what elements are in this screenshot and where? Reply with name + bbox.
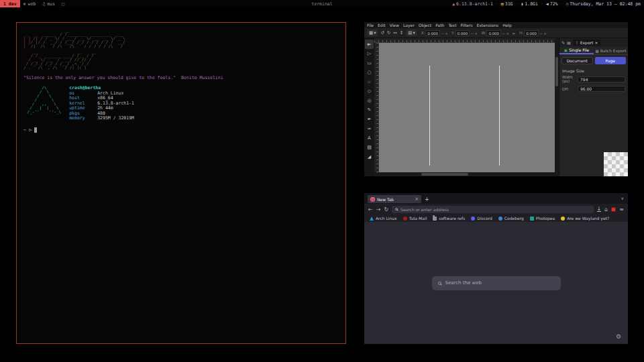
menu-path[interactable]: Path [435, 23, 444, 27]
forward-icon[interactable]: → [376, 206, 381, 213]
menu-icon[interactable]: ≡ [619, 206, 624, 213]
tab-batch-export[interactable]: ▦ Batch Export [594, 47, 628, 54]
browser-window[interactable]: New Tab × + ∨ ← → ↻ Search or enter addr… [364, 193, 628, 344]
field-x[interactable]: X:0.000−+ [421, 30, 448, 36]
flip-vertical-icon[interactable]: ↕ [400, 30, 403, 36]
menu-filters[interactable]: Filters [461, 23, 473, 27]
tab-single-file[interactable]: ▣ Single File [559, 47, 594, 54]
field-label: H: [519, 31, 523, 35]
browser-tab[interactable]: New Tab × [368, 195, 421, 203]
home-icon[interactable]: ⌂ [604, 206, 608, 213]
reload-icon[interactable]: ↻ [384, 206, 388, 213]
pencil-icon[interactable]: ✎ [561, 40, 565, 45]
increment-icon[interactable]: + [445, 31, 448, 36]
gear-icon[interactable]: ⚙ [616, 333, 621, 340]
horizontal-ruler[interactable] [374, 38, 555, 43]
field-h[interactable]: H:0.000−+ [519, 30, 547, 36]
tuta-mail-icon [403, 217, 407, 221]
menu-file[interactable]: File [367, 23, 374, 27]
bookmark-codeberg[interactable]: Codeberg [498, 216, 524, 221]
tab-list-chevron-icon[interactable]: ∨ [621, 196, 624, 200]
ellipse-tool[interactable]: ○ [365, 68, 374, 77]
field-y[interactable]: Y:0.000−+ [451, 30, 478, 36]
bookmark-discord[interactable]: Discord [471, 216, 492, 221]
downloads-icon[interactable]: ↓ [597, 206, 602, 212]
selector-tool[interactable]: ► [365, 40, 374, 49]
gradient-tool[interactable]: ▨ [365, 143, 374, 152]
workspace-button-4[interactable]: □ [58, 0, 68, 7]
pen-tool[interactable]: ✒ [365, 115, 374, 124]
horizontal-scrollbar[interactable] [374, 172, 555, 176]
terminal-window[interactable]: __ _ _____ / /________ ____ ___ ___ | | … [16, 22, 346, 344]
vertical-ruler[interactable] [374, 43, 379, 172]
inkscape-window[interactable]: FileEditViewLayerObjectPathTextFiltersEx… [364, 22, 628, 176]
node-tool[interactable]: ▷ [365, 49, 374, 58]
increment-icon[interactable]: + [474, 31, 478, 36]
document-button[interactable]: Document [561, 57, 593, 64]
rectangle-tool[interactable]: ▭ [365, 58, 374, 68]
flip-horizontal-icon[interactable]: ↔ [393, 30, 396, 36]
canvas[interactable] [379, 43, 555, 172]
box3d-tool[interactable]: ◇ [365, 86, 374, 96]
raise-lower-dropdown[interactable]: ▤ ▾ [406, 29, 417, 36]
workspace-button-2[interactable]: ⊕web [20, 0, 40, 7]
decrement-icon[interactable]: − [539, 31, 543, 36]
menu-extensions[interactable]: Extensions [477, 23, 499, 27]
decrement-icon[interactable]: − [441, 31, 444, 36]
lock-ratio-icon[interactable]: ∞ [512, 31, 515, 36]
calligraphy-tool[interactable]: ≈ [365, 124, 374, 133]
rotate-cw-icon[interactable]: ↻ [387, 30, 390, 36]
decrement-icon[interactable]: − [470, 31, 474, 36]
fetch-value: 3295M / 32019M [97, 115, 134, 121]
web-search-box[interactable]: Search the web [432, 276, 561, 290]
field-value[interactable]: 0.000 [425, 30, 440, 36]
page-button[interactable]: Page [595, 57, 627, 64]
menu-edit[interactable]: Edit [378, 23, 386, 27]
increment-icon[interactable]: + [543, 31, 547, 36]
layers-icon[interactable]: ▤ [567, 40, 571, 45]
menu-view[interactable]: View [390, 23, 399, 27]
menu-layer[interactable]: Layer [403, 23, 415, 27]
extension-icon[interactable] [611, 207, 616, 212]
increment-icon[interactable]: + [506, 31, 509, 36]
scrollbar-thumb[interactable] [421, 173, 468, 176]
tab-close-icon[interactable]: × [415, 196, 419, 202]
dropper-tool[interactable]: ◢ [365, 152, 374, 162]
workspace-button-1[interactable]: 1 dev [0, 0, 20, 7]
status-module-clock: ◷Thursday, Mar 13 — 02:48 pm [566, 1, 641, 7]
selection-mode-dropdown[interactable]: ▦ ▾ [367, 29, 378, 36]
star-tool[interactable]: ☆ [365, 77, 374, 86]
export-dialog-tab[interactable]: ⇧ Export × [573, 40, 601, 46]
pencil-tool[interactable]: ✎ [365, 105, 374, 115]
layout-icon: □ [62, 1, 64, 7]
rotate-ccw-icon[interactable]: ↺ [380, 30, 384, 36]
field-value[interactable]: 0.000 [486, 30, 501, 36]
new-tab-button[interactable]: + [425, 196, 429, 202]
bookmark-are-we-wayland-yet-[interactable]: Are we Wayland yet? [561, 216, 609, 221]
decrement-icon[interactable]: − [502, 31, 505, 36]
workspace-label: 1 dev [3, 1, 17, 7]
menu-help[interactable]: Help [502, 23, 512, 27]
field-w[interactable]: W:0.000−+ [481, 30, 509, 36]
bookmark-tuta-mail[interactable]: Tuta Mail [403, 216, 427, 221]
scrollbar-thumb[interactable] [555, 57, 558, 86]
bookmark-photopea[interactable]: Photopea [530, 216, 555, 221]
menu-text[interactable]: Text [448, 23, 456, 27]
field-value[interactable]: 0.000 [455, 30, 470, 36]
close-icon[interactable]: × [594, 40, 598, 45]
fetch-row-memory: memory3295M / 32019M [69, 116, 134, 121]
back-icon[interactable]: ← [368, 206, 373, 213]
workspace-button-3[interactable]: ♫mus [39, 0, 58, 7]
music-icon: ♫ [42, 1, 45, 7]
width-label: Width (px) [562, 75, 576, 83]
menu-object[interactable]: Object [419, 23, 432, 27]
bookmark-software-refs[interactable]: software refs [433, 216, 465, 221]
url-bar[interactable]: Search or enter address [392, 206, 593, 213]
field-value[interactable]: 0.000 [524, 30, 539, 36]
bookmark-arch-linux[interactable]: Arch Linux [370, 216, 397, 221]
spiral-tool[interactable]: ◎ [365, 96, 374, 105]
width-input[interactable]: 794 [578, 76, 625, 82]
dpi-input[interactable]: 96.00 [578, 86, 625, 92]
shell-prompt[interactable]: ~ ▷ [23, 127, 340, 133]
text-tool[interactable]: A [365, 133, 374, 143]
